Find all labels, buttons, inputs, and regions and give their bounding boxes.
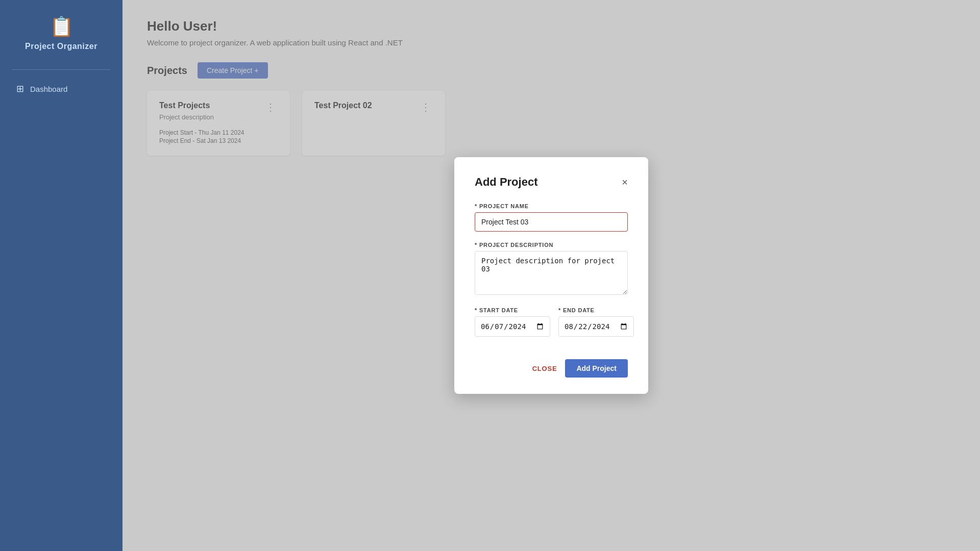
project-description-label: * PROJECT DESCRIPTION — [475, 242, 628, 248]
modal-header: Add Project × — [475, 176, 628, 189]
date-row: * START DATE * END DATE — [475, 307, 628, 347]
add-project-modal: Add Project × * PROJECT NAME * PROJECT D… — [454, 157, 648, 394]
app-logo-icon: 📋 — [50, 15, 74, 38]
project-name-input[interactable] — [475, 212, 628, 232]
modal-close-button[interactable]: × — [622, 177, 628, 187]
add-project-button[interactable]: Add Project — [565, 359, 628, 378]
sidebar-item-dashboard[interactable]: ⊞ Dashboard — [8, 78, 114, 99]
app-title: Project Organizer — [25, 42, 97, 51]
end-date-label: * END DATE — [558, 307, 634, 313]
modal-title: Add Project — [475, 176, 537, 189]
modal-footer: CLOSE Add Project — [475, 359, 628, 378]
modal-close-text-button[interactable]: CLOSE — [532, 365, 557, 372]
main-content: Hello User! Welcome to project organizer… — [122, 0, 980, 551]
sidebar: 📋 Project Organizer ⊞ Dashboard — [0, 0, 122, 551]
project-description-input[interactable] — [475, 251, 628, 295]
sidebar-divider — [12, 69, 110, 70]
end-date-group: * END DATE — [558, 307, 634, 337]
dashboard-icon: ⊞ — [16, 83, 24, 94]
start-date-group: * START DATE — [475, 307, 550, 337]
modal-backdrop: Add Project × * PROJECT NAME * PROJECT D… — [122, 0, 980, 551]
sidebar-item-label: Dashboard — [30, 85, 67, 93]
project-name-group: * PROJECT NAME — [475, 203, 628, 232]
sidebar-nav: ⊞ Dashboard — [0, 78, 122, 99]
start-date-input[interactable] — [475, 316, 550, 337]
sidebar-logo: 📋 Project Organizer — [25, 15, 97, 51]
start-date-label: * START DATE — [475, 307, 550, 313]
project-name-label: * PROJECT NAME — [475, 203, 628, 209]
end-date-input[interactable] — [558, 316, 634, 337]
project-description-group: * PROJECT DESCRIPTION — [475, 242, 628, 297]
